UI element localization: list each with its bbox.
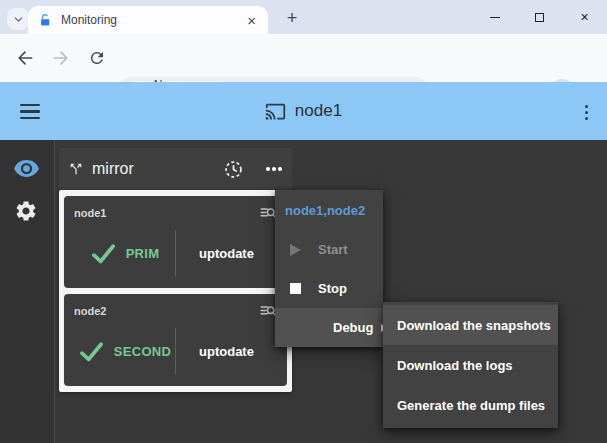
submenu-item-label: Generate the dump files [397, 398, 545, 413]
submenu-item-label: Download the logs [397, 358, 513, 373]
nodes-frame: node1 PRIM uptodate [59, 190, 292, 392]
settings-button[interactable] [14, 199, 38, 227]
sidebar [0, 140, 55, 443]
tab-close-icon[interactable]: × [245, 13, 258, 28]
node-card: node2 SECOND uptodate [64, 294, 287, 386]
menu-item-debug[interactable]: Debug [275, 308, 383, 347]
window-close-button[interactable]: × [562, 0, 607, 34]
back-arrow-icon [15, 48, 35, 68]
node-role: PRIM [126, 246, 160, 261]
card-body: PRIM uptodate [74, 225, 277, 281]
tab-title: Monitoring [61, 13, 245, 27]
context-menu-header: node1,node2 [275, 190, 383, 230]
check-icon [90, 240, 117, 267]
open-lock-favicon-icon [38, 13, 53, 28]
submenu-item-download-logs[interactable]: Download the logs [383, 345, 558, 385]
new-tab-button[interactable]: + [280, 6, 304, 30]
cast-icon [265, 101, 286, 122]
status-cell: uptodate [176, 344, 277, 359]
card-header: node1 [74, 204, 277, 222]
submenu-item-download-snapshots[interactable]: Download the snapshots [383, 305, 558, 345]
browser-tab[interactable]: Monitoring × [28, 6, 268, 34]
window-controls: × [472, 0, 607, 34]
minimize-icon [490, 17, 500, 18]
eye-icon [13, 155, 40, 182]
context-menu: node1,node2 Start Stop Debug [275, 190, 383, 347]
close-icon: × [580, 9, 588, 25]
node-name: node1 [74, 207, 106, 219]
tab-strip: Monitoring × + × [0, 0, 607, 34]
app-bar: node1 [0, 82, 607, 140]
app-title: node1 [295, 101, 342, 121]
mirror-widget: mirror node1 [59, 148, 292, 392]
mirror-widget-header: mirror [59, 148, 292, 190]
check-icon [78, 338, 105, 365]
visibility-eye-button[interactable] [13, 155, 40, 186]
browser-toolbar: Non sécurisé 10.0.0.107:9010/co... [0, 34, 607, 82]
widget-title: mirror [92, 160, 134, 178]
reload-icon [88, 49, 106, 67]
forward-button[interactable] [48, 45, 74, 71]
browser-window: Monitoring × + × Non sécurisé 10.0.0.107… [0, 0, 607, 443]
submenu-item-label: Download the snapshots [397, 318, 551, 333]
menu-item-label: Debug [333, 320, 373, 335]
page-content: mirror node1 [0, 140, 607, 443]
node-status: uptodate [199, 246, 254, 261]
node-status: uptodate [199, 344, 254, 359]
card-header: node2 [74, 302, 277, 320]
node-card: node1 PRIM uptodate [64, 196, 287, 288]
chevron-down-icon [12, 13, 25, 26]
back-button[interactable] [12, 45, 38, 71]
status-cell: uptodate [176, 246, 277, 261]
debug-submenu: Download the snapshots Download the logs… [383, 302, 558, 428]
gear-icon [14, 199, 38, 223]
call-split-icon [68, 161, 84, 177]
history-clock-icon [223, 159, 244, 180]
menu-item-label: Start [318, 242, 348, 257]
card-body: SECOND uptodate [74, 323, 277, 379]
submenu-item-generate-dump[interactable]: Generate the dump files [383, 385, 558, 425]
app-title-group: node1 [0, 82, 607, 140]
stop-square-icon [290, 283, 303, 294]
menu-item-label: Stop [318, 281, 347, 296]
window-minimize-button[interactable] [472, 0, 517, 34]
app-menu-kebab-icon[interactable] [582, 102, 591, 123]
reload-button[interactable] [84, 45, 110, 71]
role-cell: PRIM [74, 240, 175, 267]
node-name: node2 [74, 305, 106, 317]
menu-item-start[interactable]: Start [275, 230, 383, 269]
node-role: SECOND [114, 344, 171, 359]
maximize-icon [535, 13, 544, 22]
history-button[interactable] [223, 159, 244, 180]
window-maximize-button[interactable] [517, 0, 562, 34]
play-icon [290, 244, 303, 256]
role-cell: SECOND [74, 338, 175, 365]
menu-item-stop[interactable]: Stop [275, 269, 383, 308]
forward-arrow-icon [51, 48, 71, 68]
more-horiz-menu-icon[interactable] [264, 163, 284, 175]
tab-search-button[interactable] [7, 8, 29, 30]
